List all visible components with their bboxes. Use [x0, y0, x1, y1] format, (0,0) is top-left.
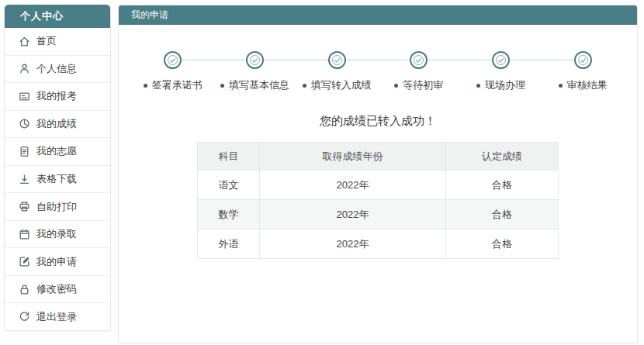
cell-result: 合格 [446, 200, 559, 229]
download-icon [19, 174, 30, 185]
sidebar-item-label: 退出登录 [36, 310, 77, 324]
sidebar-item-label: 我的志愿 [36, 144, 77, 158]
sidebar-item-label: 修改密码 [36, 282, 77, 296]
cell-result: 合格 [446, 229, 559, 259]
sidebar-item-form-download[interactable]: 表格下载 [5, 165, 110, 193]
step-circle [328, 51, 346, 69]
step-review-result: 审核结果 [542, 51, 624, 92]
step-label: 签署承诺书 [152, 78, 203, 92]
step-initial-review: 等待初审 [378, 51, 460, 92]
sidebar-title: 个人中心 [5, 5, 110, 28]
application-content: 签署承诺书 填写基本信息 [119, 25, 637, 259]
calendar-icon [19, 229, 30, 240]
step-dot [220, 84, 224, 88]
step-dot [394, 84, 398, 88]
step-circle [492, 51, 510, 69]
sidebar-item-logout[interactable]: 退出登录 [5, 302, 110, 330]
sidebar-item-scores[interactable]: 我的成绩 [5, 110, 110, 138]
step-transfer-scores: 填写转入成绩 [296, 51, 378, 92]
step-circle [574, 51, 592, 69]
lock-icon [19, 284, 30, 295]
success-message: 您的成绩已转入成功！ [119, 114, 637, 129]
user-icon [19, 63, 30, 74]
column-header-year: 取得成绩年份 [260, 143, 446, 171]
step-circle [164, 51, 182, 69]
step-label: 填写基本信息 [229, 78, 289, 92]
table-row: 语文 2022年 合格 [198, 171, 559, 200]
check-circle-icon [249, 54, 261, 66]
step-label: 现场办理 [485, 78, 525, 92]
step-basic-info: 填写基本信息 [214, 51, 296, 92]
sidebar-item-change-password[interactable]: 修改密码 [5, 275, 110, 303]
edit-icon [19, 256, 30, 267]
sidebar: 个人中心 首页 个人信息 我的报考 我的成绩 我的志愿 表格下载 自 [4, 5, 111, 331]
cell-subject: 语文 [198, 171, 260, 200]
sidebar-item-label: 表格下载 [36, 172, 77, 186]
table-header-row: 科目 取得成绩年份 认定成绩 [198, 143, 559, 171]
sidebar-item-label: 我的申请 [36, 255, 77, 269]
sidebar-item-personal-info[interactable]: 个人信息 [5, 55, 110, 83]
check-circle-icon [413, 54, 424, 66]
step-label: 等待初审 [403, 78, 443, 92]
cell-year: 2022年 [260, 200, 446, 229]
check-circle-icon [577, 54, 589, 66]
progress-stepper: 签署承诺书 填写基本信息 [132, 51, 624, 92]
score-table: 科目 取得成绩年份 认定成绩 语文 2022年 合格 数学 2022年 合格 外… [197, 142, 559, 259]
step-circle [246, 51, 264, 69]
home-icon [19, 36, 30, 47]
step-label: 填写转入成绩 [311, 78, 372, 92]
sidebar-item-preferences[interactable]: 我的志愿 [5, 137, 110, 165]
step-dot [303, 84, 306, 88]
sidebar-item-label: 我的成绩 [36, 117, 77, 131]
check-circle-icon [495, 54, 507, 66]
pie-chart-icon [19, 118, 30, 129]
check-circle-icon [167, 54, 178, 66]
sidebar-menu: 首页 个人信息 我的报考 我的成绩 我的志愿 表格下载 自助打印 [5, 28, 110, 330]
sidebar-item-label: 自助打印 [36, 200, 77, 214]
cell-subject: 外语 [198, 229, 260, 259]
column-header-subject: 科目 [198, 143, 260, 171]
step-onsite-processing: 现场办理 [460, 51, 542, 92]
sidebar-item-application[interactable]: 我的申请 [5, 247, 110, 275]
page-title: 我的申请 [119, 5, 637, 25]
sidebar-item-label: 我的录取 [36, 227, 77, 241]
table-row: 数学 2022年 合格 [198, 200, 559, 229]
sidebar-item-label: 首页 [36, 34, 57, 48]
step-label: 审核结果 [567, 78, 608, 92]
step-circle [410, 51, 428, 69]
main-panel: 我的申请 签署承诺书 [118, 5, 638, 343]
printer-icon [19, 201, 30, 212]
step-dot [476, 84, 480, 88]
sidebar-item-home[interactable]: 首页 [5, 28, 110, 55]
cell-year: 2022年 [260, 229, 446, 259]
step-dot [144, 84, 147, 88]
table-row: 外语 2022年 合格 [198, 229, 559, 259]
column-header-result: 认定成绩 [446, 143, 559, 171]
sidebar-item-self-print[interactable]: 自助打印 [5, 192, 110, 220]
sidebar-item-admission[interactable]: 我的录取 [5, 220, 110, 248]
cell-year: 2022年 [260, 171, 446, 200]
sidebar-item-registration[interactable]: 我的报考 [5, 82, 110, 110]
document-icon [19, 146, 30, 157]
logout-icon [19, 311, 30, 323]
id-card-icon [19, 91, 30, 102]
sidebar-item-label: 我的报考 [36, 89, 77, 103]
step-sign-commitment: 签署承诺书 [132, 51, 214, 92]
cell-result: 合格 [446, 171, 559, 200]
cell-subject: 数学 [198, 200, 260, 229]
check-circle-icon [331, 54, 343, 66]
step-dot [559, 84, 563, 88]
sidebar-item-label: 个人信息 [36, 62, 77, 76]
